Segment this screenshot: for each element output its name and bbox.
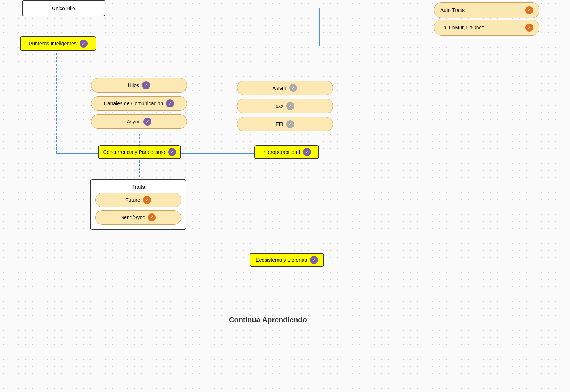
connection-lines: [0, 0, 570, 392]
canales-node[interactable]: Canales de Comunicacion ✓: [91, 96, 187, 111]
punteros-label: Punteros Inteligentes ✓: [29, 40, 88, 48]
cxx-check-icon: ✓: [286, 102, 294, 110]
auto-traits-check-icon: ✓: [525, 6, 533, 14]
fn-fnmut-fnonce-label: Fn, FnMut, FnOnce: [440, 25, 484, 30]
ecosistema-node[interactable]: Ecosistema y Librerias ✓: [250, 253, 324, 267]
interoperabilidad-check-icon: ✓: [303, 148, 311, 156]
traits-group-box: Traits Future ✓ Send/Sync ✓: [90, 179, 186, 230]
wasm-node[interactable]: wasm ✓: [237, 81, 333, 95]
hilos-node[interactable]: Hilos ✓: [91, 78, 187, 93]
canales-check-icon: ✓: [166, 99, 174, 107]
traits-group-items: Future ✓ Send/Sync ✓: [91, 193, 186, 229]
interoperabilidad-label: Interoperabilidad ✓: [262, 148, 311, 156]
concurrencia-label: Concurrencia y Paralelismo ✓: [103, 148, 176, 156]
cxx-node[interactable]: cxx ✓: [237, 99, 333, 113]
auto-traits-node[interactable]: Auto Traits ✓: [434, 2, 539, 18]
concurrencia-check-icon: ✓: [168, 148, 176, 156]
future-check-icon: ✓: [143, 196, 151, 204]
punteros-inteligentes-node[interactable]: Punteros Inteligentes ✓: [20, 36, 96, 51]
future-node[interactable]: Future ✓: [95, 193, 181, 207]
interoperabilidad-items-group: wasm ✓ cxx ✓ FFI ✓: [237, 81, 333, 131]
unico-hilo-node[interactable]: Unico Hilo: [22, 0, 105, 16]
continua-aprendiendo-label: Continua Aprendiendo: [229, 316, 307, 324]
punteros-check-icon: ✓: [80, 40, 88, 48]
ffi-node[interactable]: FFI ✓: [237, 117, 333, 131]
send-sync-node[interactable]: Send/Sync ✓: [95, 210, 181, 225]
send-sync-check-icon: ✓: [148, 213, 156, 221]
wasm-check-icon: ✓: [289, 84, 297, 92]
auto-traits-label: Auto Traits: [440, 7, 465, 13]
interoperabilidad-node[interactable]: Interoperabilidad ✓: [254, 145, 319, 159]
canvas: Unico Hilo Punteros Inteligentes ✓ Concu…: [0, 0, 570, 392]
traits-group-title: Traits: [91, 180, 186, 193]
ffi-check-icon: ✓: [286, 120, 294, 128]
async-node[interactable]: Async ✓: [91, 114, 187, 129]
ecosistema-label: Ecosistema y Librerias ✓: [256, 256, 318, 264]
fn-fnmut-fnonce-node[interactable]: Fn, FnMut, FnOnce ✓: [434, 20, 539, 36]
concurrencia-items-group: Hilos ✓ Canales de Comunicacion ✓ Async …: [91, 78, 187, 129]
fn-fnmut-fnonce-check-icon: ✓: [525, 24, 533, 32]
hilos-check-icon: ✓: [142, 81, 150, 89]
unico-hilo-label: Unico Hilo: [52, 5, 75, 11]
concurrencia-node[interactable]: Concurrencia y Paralelismo ✓: [98, 145, 181, 159]
ecosistema-check-icon: ✓: [310, 256, 318, 264]
async-check-icon: ✓: [143, 118, 151, 126]
